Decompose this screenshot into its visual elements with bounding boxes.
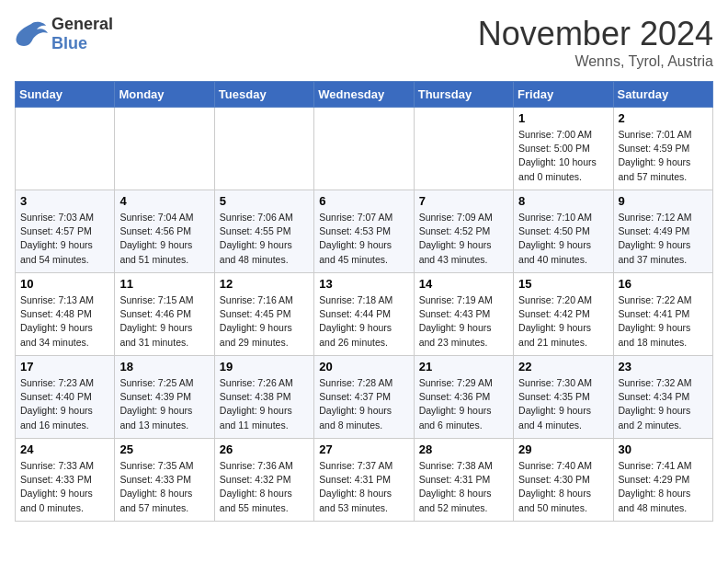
day-number: 15 bbox=[518, 277, 608, 291]
day-number: 29 bbox=[518, 442, 608, 456]
day-cell: 4Sunrise: 7:04 AM Sunset: 4:56 PM Daylig… bbox=[115, 190, 214, 273]
day-number: 3 bbox=[20, 194, 109, 208]
column-header-sunday: Sunday bbox=[16, 82, 115, 108]
day-cell: 19Sunrise: 7:26 AM Sunset: 4:38 PM Dayli… bbox=[214, 356, 313, 439]
day-number: 4 bbox=[119, 194, 209, 208]
day-info: Sunrise: 7:03 AM Sunset: 4:57 PM Dayligh… bbox=[20, 211, 109, 267]
day-info: Sunrise: 7:06 AM Sunset: 4:55 PM Dayligh… bbox=[220, 211, 309, 267]
day-cell: 2Sunrise: 7:01 AM Sunset: 4:59 PM Daylig… bbox=[613, 108, 712, 190]
day-info: Sunrise: 7:37 AM Sunset: 4:31 PM Dayligh… bbox=[319, 459, 408, 515]
day-cell: 30Sunrise: 7:41 AM Sunset: 4:29 PM Dayli… bbox=[613, 439, 712, 522]
day-number: 14 bbox=[419, 277, 508, 291]
day-info: Sunrise: 7:12 AM Sunset: 4:49 PM Dayligh… bbox=[619, 211, 708, 267]
day-info: Sunrise: 7:29 AM Sunset: 4:36 PM Dayligh… bbox=[419, 376, 508, 432]
day-cell: 3Sunrise: 7:03 AM Sunset: 4:57 PM Daylig… bbox=[16, 190, 115, 273]
day-info: Sunrise: 7:36 AM Sunset: 4:32 PM Dayligh… bbox=[220, 459, 309, 515]
day-info: Sunrise: 7:01 AM Sunset: 4:59 PM Dayligh… bbox=[619, 128, 708, 184]
day-info: Sunrise: 7:18 AM Sunset: 4:44 PM Dayligh… bbox=[319, 293, 408, 350]
day-cell: 21Sunrise: 7:29 AM Sunset: 4:36 PM Dayli… bbox=[414, 356, 513, 439]
day-cell: 17Sunrise: 7:23 AM Sunset: 4:40 PM Dayli… bbox=[16, 356, 115, 439]
day-info: Sunrise: 7:25 AM Sunset: 4:39 PM Dayligh… bbox=[119, 376, 209, 432]
day-cell: 18Sunrise: 7:25 AM Sunset: 4:39 PM Dayli… bbox=[115, 356, 214, 439]
day-number: 23 bbox=[619, 360, 708, 373]
week-row-2: 10Sunrise: 7:13 AM Sunset: 4:48 PM Dayli… bbox=[16, 273, 713, 356]
day-cell: 27Sunrise: 7:37 AM Sunset: 4:31 PM Dayli… bbox=[314, 439, 414, 522]
day-cell: 8Sunrise: 7:10 AM Sunset: 4:50 PM Daylig… bbox=[514, 190, 613, 273]
day-number: 8 bbox=[518, 194, 608, 208]
day-info: Sunrise: 7:00 AM Sunset: 5:00 PM Dayligh… bbox=[518, 128, 608, 184]
day-cell: 28Sunrise: 7:38 AM Sunset: 4:31 PM Dayli… bbox=[414, 439, 513, 522]
column-header-saturday: Saturday bbox=[613, 82, 712, 108]
day-number: 30 bbox=[619, 442, 708, 456]
day-number: 12 bbox=[220, 277, 309, 291]
day-number: 5 bbox=[220, 194, 309, 208]
day-cell: 22Sunrise: 7:30 AM Sunset: 4:35 PM Dayli… bbox=[514, 356, 613, 439]
day-cell bbox=[16, 108, 115, 190]
day-cell bbox=[115, 108, 214, 190]
day-info: Sunrise: 7:10 AM Sunset: 4:50 PM Dayligh… bbox=[518, 211, 608, 267]
logo-text-blue: Blue bbox=[51, 34, 87, 52]
column-header-friday: Friday bbox=[514, 82, 613, 108]
logo-text-general: General bbox=[51, 15, 113, 33]
header: General Blue November 2024 Wenns, Tyrol,… bbox=[15, 15, 713, 70]
day-info: Sunrise: 7:35 AM Sunset: 4:33 PM Dayligh… bbox=[119, 459, 209, 515]
logo-bird-icon bbox=[15, 20, 48, 48]
day-info: Sunrise: 7:26 AM Sunset: 4:38 PM Dayligh… bbox=[220, 376, 309, 432]
day-number: 19 bbox=[220, 360, 309, 373]
day-number: 13 bbox=[319, 277, 408, 291]
day-cell: 11Sunrise: 7:15 AM Sunset: 4:46 PM Dayli… bbox=[115, 273, 214, 356]
day-info: Sunrise: 7:30 AM Sunset: 4:35 PM Dayligh… bbox=[518, 376, 608, 432]
day-cell: 9Sunrise: 7:12 AM Sunset: 4:49 PM Daylig… bbox=[613, 190, 712, 273]
day-info: Sunrise: 7:15 AM Sunset: 4:46 PM Dayligh… bbox=[119, 293, 209, 350]
day-cell: 13Sunrise: 7:18 AM Sunset: 4:44 PM Dayli… bbox=[314, 273, 414, 356]
day-number: 21 bbox=[419, 360, 508, 373]
day-cell: 14Sunrise: 7:19 AM Sunset: 4:43 PM Dayli… bbox=[414, 273, 513, 356]
day-cell: 10Sunrise: 7:13 AM Sunset: 4:48 PM Dayli… bbox=[16, 273, 115, 356]
day-cell: 7Sunrise: 7:09 AM Sunset: 4:52 PM Daylig… bbox=[414, 190, 513, 273]
day-cell: 15Sunrise: 7:20 AM Sunset: 4:42 PM Dayli… bbox=[514, 273, 613, 356]
day-number: 2 bbox=[619, 111, 708, 125]
day-info: Sunrise: 7:28 AM Sunset: 4:37 PM Dayligh… bbox=[319, 376, 408, 432]
day-info: Sunrise: 7:41 AM Sunset: 4:29 PM Dayligh… bbox=[619, 459, 708, 515]
day-number: 6 bbox=[319, 194, 408, 208]
day-number: 20 bbox=[319, 360, 408, 373]
week-row-0: 1Sunrise: 7:00 AM Sunset: 5:00 PM Daylig… bbox=[16, 108, 713, 190]
day-cell: 24Sunrise: 7:33 AM Sunset: 4:33 PM Dayli… bbox=[16, 439, 115, 522]
day-number: 26 bbox=[220, 442, 309, 456]
day-info: Sunrise: 7:32 AM Sunset: 4:34 PM Dayligh… bbox=[619, 376, 708, 432]
title-area: November 2024 Wenns, Tyrol, Austria bbox=[478, 15, 713, 70]
column-header-wednesday: Wednesday bbox=[314, 82, 414, 108]
day-cell: 23Sunrise: 7:32 AM Sunset: 4:34 PM Dayli… bbox=[613, 356, 712, 439]
day-cell: 20Sunrise: 7:28 AM Sunset: 4:37 PM Dayli… bbox=[314, 356, 414, 439]
calendar: SundayMondayTuesdayWednesdayThursdayFrid… bbox=[15, 81, 713, 522]
column-header-tuesday: Tuesday bbox=[214, 82, 313, 108]
day-cell: 25Sunrise: 7:35 AM Sunset: 4:33 PM Dayli… bbox=[115, 439, 214, 522]
day-number: 24 bbox=[20, 442, 109, 456]
day-number: 22 bbox=[518, 360, 608, 373]
day-number: 11 bbox=[119, 277, 209, 291]
week-row-4: 24Sunrise: 7:33 AM Sunset: 4:33 PM Dayli… bbox=[16, 439, 713, 522]
day-number: 1 bbox=[518, 111, 608, 125]
day-info: Sunrise: 7:04 AM Sunset: 4:56 PM Dayligh… bbox=[119, 211, 209, 267]
month-title: November 2024 bbox=[478, 15, 713, 53]
day-number: 18 bbox=[119, 360, 209, 373]
day-info: Sunrise: 7:16 AM Sunset: 4:45 PM Dayligh… bbox=[220, 293, 309, 350]
day-cell bbox=[414, 108, 513, 190]
day-number: 17 bbox=[20, 360, 109, 373]
day-cell bbox=[214, 108, 313, 190]
week-row-3: 17Sunrise: 7:23 AM Sunset: 4:40 PM Dayli… bbox=[16, 356, 713, 439]
day-cell bbox=[314, 108, 414, 190]
day-info: Sunrise: 7:20 AM Sunset: 4:42 PM Dayligh… bbox=[518, 293, 608, 350]
day-cell: 26Sunrise: 7:36 AM Sunset: 4:32 PM Dayli… bbox=[214, 439, 313, 522]
column-header-monday: Monday bbox=[115, 82, 214, 108]
day-number: 10 bbox=[20, 277, 109, 291]
day-cell: 5Sunrise: 7:06 AM Sunset: 4:55 PM Daylig… bbox=[214, 190, 313, 273]
day-cell: 29Sunrise: 7:40 AM Sunset: 4:30 PM Dayli… bbox=[514, 439, 613, 522]
day-info: Sunrise: 7:38 AM Sunset: 4:31 PM Dayligh… bbox=[419, 459, 508, 515]
calendar-header-row: SundayMondayTuesdayWednesdayThursdayFrid… bbox=[16, 82, 713, 108]
day-info: Sunrise: 7:22 AM Sunset: 4:41 PM Dayligh… bbox=[619, 293, 708, 350]
day-info: Sunrise: 7:19 AM Sunset: 4:43 PM Dayligh… bbox=[419, 293, 508, 350]
day-number: 7 bbox=[419, 194, 508, 208]
column-header-thursday: Thursday bbox=[414, 82, 513, 108]
day-info: Sunrise: 7:07 AM Sunset: 4:53 PM Dayligh… bbox=[319, 211, 408, 267]
